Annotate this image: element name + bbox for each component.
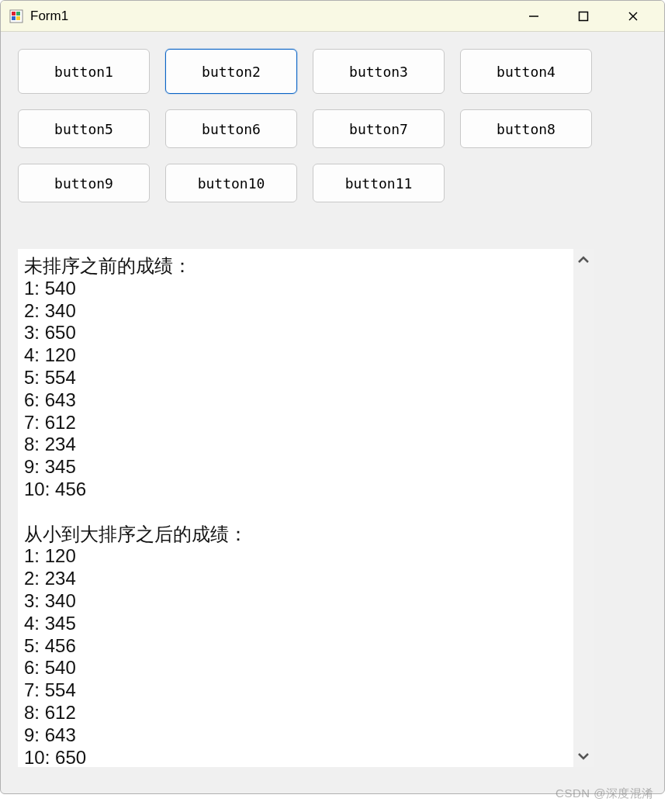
button7[interactable]: button7 [313, 109, 445, 148]
window-title: Form1 [30, 9, 68, 24]
output-textbox[interactable]: 未排序之前的成绩： 1: 540 2: 340 3: 650 4: 120 5:… [18, 249, 594, 767]
titlebar: Form1 [1, 1, 664, 32]
button8[interactable]: button8 [460, 109, 592, 148]
svg-rect-2 [16, 12, 20, 16]
svg-rect-1 [12, 12, 16, 16]
svg-rect-4 [16, 16, 20, 20]
form-window: Form1 button1 button2 button3 button4 bu… [0, 0, 665, 794]
button3[interactable]: button3 [313, 49, 445, 94]
button2[interactable]: button2 [165, 49, 297, 94]
close-button[interactable] [608, 1, 658, 32]
button4[interactable]: button4 [460, 49, 592, 94]
maximize-button[interactable] [559, 1, 608, 32]
button-grid: button1 button2 button3 button4 button5 … [18, 49, 592, 202]
output-content: 未排序之前的成绩： 1: 540 2: 340 3: 650 4: 120 5:… [18, 249, 573, 767]
button1[interactable]: button1 [18, 49, 150, 94]
button6[interactable]: button6 [165, 109, 297, 148]
svg-rect-6 [580, 12, 588, 20]
scrollbar[interactable] [573, 249, 594, 767]
button9[interactable]: button9 [18, 164, 150, 202]
minimize-button[interactable] [509, 1, 559, 32]
button10[interactable]: button10 [165, 164, 297, 202]
app-icon [9, 9, 24, 24]
scroll-down-icon[interactable] [573, 745, 594, 767]
button11[interactable]: button11 [313, 164, 445, 202]
svg-rect-3 [12, 16, 16, 20]
client-area: button1 button2 button3 button4 button5 … [1, 32, 664, 767]
scroll-up-icon[interactable] [573, 249, 594, 271]
button5[interactable]: button5 [18, 109, 150, 148]
watermark: CSDN @深度混淆 [556, 786, 654, 801]
